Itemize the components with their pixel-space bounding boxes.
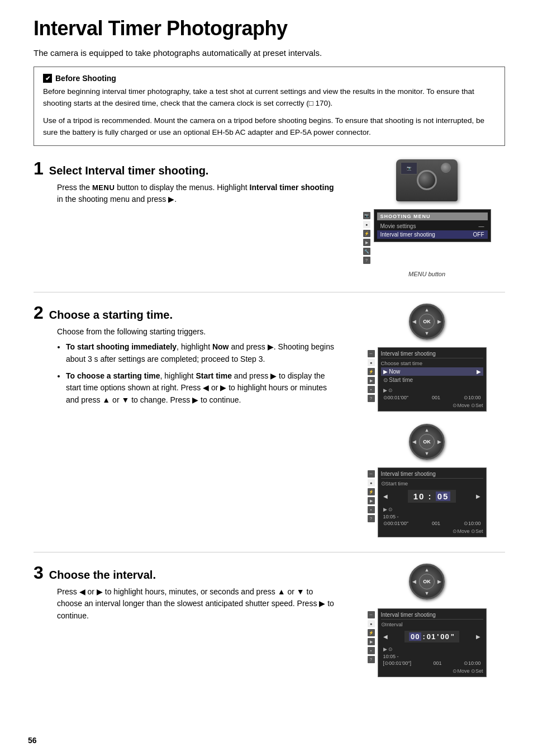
notice-para2: Use of a tripod is recommended. Mount th…: [43, 115, 496, 139]
step-3-title: 3 Choose the interval.: [34, 564, 337, 582]
screen2a-shots: 001: [432, 395, 440, 400]
screen2b-icon1: ▶ ⊙: [383, 507, 393, 512]
screen1-title: SHOOTING MENU: [377, 212, 488, 220]
icon-active: ●: [363, 221, 370, 228]
step-2a-screen-wrap: ─ ● ⚡ ▶ ▪ ? Interval timer shooting Choo…: [368, 347, 487, 412]
step-1-number: 1: [34, 159, 44, 177]
notice-title: ✔ Before Shooting: [43, 74, 496, 83]
screen2b-footer: ⊙Move ⊙Set: [381, 528, 483, 534]
step-3-text: Press ◀ or ▶ to highlight hours, minutes…: [57, 586, 337, 622]
ok-dial-step3: ◀ OK ▶: [409, 564, 445, 599]
step-2-bullet-2: To choose a starting time, highlight Sta…: [66, 370, 337, 407]
icon-s2a-4: ▶: [368, 377, 375, 384]
screen2b-time1: ⊙00:01'00": [383, 521, 408, 526]
icon-s3-4: ▶: [368, 638, 375, 645]
screen-2a: Interval timer shooting Choose start tim…: [378, 347, 487, 412]
screen1-interval-value: OFF: [473, 231, 484, 238]
arrow-right-icon: ▶: [437, 319, 441, 324]
step-1-side-icons: 📷 ● ⚡ ▶ 🔧 ?: [363, 212, 370, 264]
step-2a-side-icons: ─ ● ⚡ ▶ ▪ ?: [368, 350, 375, 402]
page-title: Interval Timer Photography: [34, 17, 505, 40]
screen2b-shots: 001: [432, 521, 440, 526]
icon-s2a-2: ●: [368, 359, 375, 366]
camera-body-img: 📷: [396, 159, 458, 201]
screen2a-times: ⊙00:01'00" 001 ⊙10:00: [381, 394, 483, 401]
step-2-dial2-wrap: ◀ OK ▶: [409, 424, 445, 460]
screen3-sub: ⊙Interval: [381, 621, 483, 627]
step-2-body: Choose from the following starting trigg…: [57, 326, 337, 407]
screen3-extra: 10:05 -: [381, 653, 483, 660]
step-3-number: 3: [34, 564, 44, 582]
step-3-left: 3 Choose the interval. Press ◀ or ▶ to h…: [34, 564, 349, 677]
screen3-shots: 001: [433, 660, 441, 666]
icon-s2b-3: ⚡: [368, 488, 375, 495]
screen2a-now-row: ▶ Now ▶: [381, 367, 483, 376]
step-separator-1: [34, 292, 505, 292]
step-3-right: ◀ OK ▶ ─ ● ⚡ ▶ ▪ ? Interval timer shooti…: [349, 564, 505, 677]
step-2-heading: Choose a starting time.: [49, 309, 173, 322]
screen2a-footer: ⊙Move ⊙Set: [381, 403, 483, 408]
icon-s2b-4: ▶: [368, 497, 375, 504]
screen3-misc: ▶ ⊙: [381, 645, 483, 653]
screen3-footer: ⊙Move ⊙Set: [381, 668, 483, 674]
screen3-sep1: :: [422, 632, 425, 641]
icon-s3-5: ▪: [368, 647, 375, 654]
arrow-left-icon: ◀: [412, 319, 416, 324]
page-subtitle: The camera is equipped to take photograp…: [34, 48, 505, 58]
screen3-mins: 01: [427, 632, 436, 641]
screen3-battery: ⊙10:00: [464, 660, 481, 666]
screen3-time-row: ◀ 00 : 01 ' 00 " ▶: [381, 630, 483, 644]
arrow-right-s2b: ▶: [476, 493, 480, 499]
icon-c: 🔧: [363, 248, 370, 255]
screen2a-misc: ▶ ⊙: [381, 386, 483, 394]
step-2-title: 2 Choose a starting time.: [34, 304, 337, 322]
arrow-left-s3: ◀: [383, 634, 388, 640]
screen3-time-display: 00 : 01 ' 00 ": [404, 631, 459, 642]
screen2a-title: Interval timer shooting: [381, 351, 483, 358]
icon-s3-2: ●: [368, 620, 375, 627]
icon-s2b-6: ?: [368, 515, 375, 522]
icon-s2a-5: ▪: [368, 386, 375, 393]
step-2-intro: Choose from the following starting trigg…: [57, 326, 337, 338]
step-2b-side-icons: ─ ● ⚡ ▶ ▪ ?: [368, 470, 375, 522]
arrow-left-icon-3: ◀: [412, 579, 416, 584]
screen3-time1: [⊙00:01'00"]: [383, 660, 411, 666]
screen-3: Interval timer shooting ⊙Interval ◀ 00 :…: [378, 608, 487, 677]
ok-dial-step2a: ◀ OK ▶: [409, 304, 445, 339]
screen3-times: [⊙00:01'00"] 001 ⊙10:00: [381, 660, 483, 667]
step-3-screen-wrap: ─ ● ⚡ ▶ ▪ ? Interval timer shooting ⊙Int…: [368, 608, 487, 677]
screen3-icon1: ▶ ⊙: [383, 646, 393, 652]
icon-s2b-2: ●: [368, 479, 375, 486]
step-1-screen-wrap: 📷 ● ⚡ ▶ 🔧 ? SHOOTING MENU Movie settings…: [363, 209, 491, 264]
step-separator-2: [34, 552, 505, 552]
screen2a-battery: ⊙10:00: [464, 395, 481, 400]
step-3-body: Press ◀ or ▶ to highlight hours, minutes…: [57, 586, 337, 622]
screen3-title: Interval timer shooting: [381, 612, 483, 620]
step-1-left: 1 Select Interval timer shooting. Press …: [34, 159, 349, 277]
arrow-left-s2b: ◀: [383, 493, 388, 499]
menu-button-label: MENU button: [408, 271, 445, 277]
step-1-title: 1 Select Interval timer shooting.: [34, 159, 337, 177]
screen1-interval-label: Interval timer shooting: [380, 231, 435, 238]
screen2b-misc: ▶ ⊙: [381, 505, 483, 513]
screen-2b: Interval timer shooting ⊙Start time ◀ 10…: [378, 467, 487, 537]
arrow-left-icon-2: ◀: [412, 439, 416, 445]
step-3-section: 3 Choose the interval. Press ◀ or ▶ to h…: [34, 564, 505, 677]
step-2-right: ◀ OK ▶ ─ ● ⚡ ▶ ▪ ? Interval timer shooti…: [349, 304, 505, 537]
ok-button: OK: [419, 314, 435, 329]
icon-b: ▶: [363, 239, 370, 246]
step-2-left: 2 Choose a starting time. Choose from th…: [34, 304, 349, 537]
screen2b-battery: ⊙10:00: [464, 521, 481, 526]
notice-box: ✔ Before Shooting Before beginning inter…: [34, 67, 505, 146]
screen1-movie-value: —: [479, 223, 484, 229]
step-2-bullets: To start shooting immediately, highlight…: [66, 341, 337, 406]
arrow-right-s3: ▶: [476, 634, 480, 640]
screen3-secs: 00: [440, 632, 449, 641]
step-3-dial-wrap: ◀ OK ▶: [409, 564, 445, 599]
ok-button-3: OK: [419, 574, 435, 589]
step-1-heading: Select Interval timer shooting.: [49, 164, 209, 177]
screen3-sep2: ': [437, 632, 439, 641]
check-icon: ✔: [43, 74, 52, 83]
step-1-right: 📷 📷 ● ⚡ ▶ 🔧 ? SHOOTING MENU Movie settin…: [349, 159, 505, 277]
notice-heading: Before Shooting: [55, 74, 116, 83]
